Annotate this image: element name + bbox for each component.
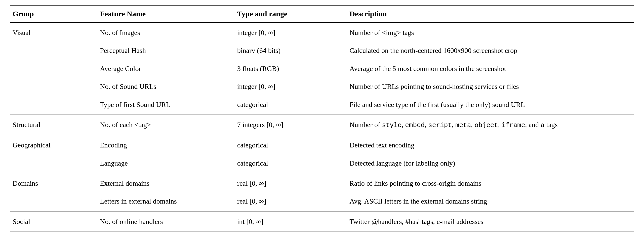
description-cell: Number of <img> tags <box>347 22 634 42</box>
description-cell: Twitter @handlers, #hashtags, e-mail add… <box>347 211 634 231</box>
description-cell: File and service type of the first (usua… <box>347 96 634 115</box>
header-type: Type and range <box>235 5 347 22</box>
description-cell: Ratio of links pointing to cross-origin … <box>347 173 634 192</box>
feature-name-cell: Letters in external domains <box>97 192 235 211</box>
type-cell: 3 floats (RGB) <box>235 60 347 77</box>
group-cell: Visual <box>10 22 97 114</box>
table-row: Language categorical Detected language (… <box>10 154 634 173</box>
description-cell: Avg. ASCII letters in the external domai… <box>347 192 634 211</box>
group-cell: Structural <box>10 114 97 135</box>
table-row: Type of first Sound URL categorical File… <box>10 96 634 115</box>
description-cell: Detected language (for labeling only) <box>347 154 634 173</box>
type-cell: categorical <box>235 135 347 154</box>
description-cell: Calculated on the north-centered 1600x90… <box>347 42 634 59</box>
table-row: Social No. of online handlers int [0, ∞]… <box>10 211 634 231</box>
table-row: Geographical Encoding categorical Detect… <box>10 135 634 154</box>
type-cell: int [0, ∞] <box>235 211 347 231</box>
feature-name-cell: No. of online handlers <box>97 211 235 231</box>
header-feature: Feature Name <box>97 5 235 22</box>
header-group: Group <box>10 5 97 22</box>
type-cell: integer [0, ∞] <box>235 22 347 42</box>
header-description: Description <box>347 5 634 22</box>
feature-name-cell: Letters, digits, punctuation,white-space… <box>97 232 235 235</box>
description-cell: Average of the 5 most common colors in t… <box>347 60 634 77</box>
type-cell: 7 integers [0, ∞] <box>235 114 347 135</box>
description-cell: Ratio of the listed character classes in… <box>347 232 634 235</box>
description-cell: Number of URLs pointing to sound-hosting… <box>347 77 634 95</box>
feature-name-cell: Average Color <box>97 60 235 77</box>
table-row: No. of Sound URLs integer [0, ∞] Number … <box>10 77 634 95</box>
table-row: Perceptual Hash binary (64 bits) Calcula… <box>10 42 634 59</box>
table-row: Title Letters, digits, punctuation,white… <box>10 232 634 235</box>
type-cell: categorical <box>235 154 347 173</box>
feature-name-cell: No. of Sound URLs <box>97 77 235 95</box>
feature-name-cell: No. of Images <box>97 22 235 42</box>
table-row: Letters in external domains real [0, ∞] … <box>10 192 634 211</box>
type-cell: real [0, ∞] <box>235 173 347 192</box>
table-row: Domains External domains real [0, ∞] Rat… <box>10 173 634 192</box>
table-header-row: Group Feature Name Type and range Descri… <box>10 5 634 22</box>
description-cell: Detected text encoding <box>347 135 634 154</box>
feature-name-cell: External domains <box>97 173 235 192</box>
type-cell: integer [0, ∞] <box>235 77 347 95</box>
group-cell: Title <box>10 232 97 235</box>
type-cell: categorical <box>235 96 347 115</box>
type-cell: real [0, ∞] <box>235 192 347 211</box>
feature-name-cell: Language <box>97 154 235 173</box>
feature-name-cell: Type of first Sound URL <box>97 96 235 115</box>
group-cell: Geographical <box>10 135 97 173</box>
group-cell: Social <box>10 211 97 231</box>
description-cell: Number of style, embed, script, meta, ob… <box>347 114 634 135</box>
type-cell: 4 real [0, ∞] <box>235 232 347 235</box>
table-row: Structural No. of each <tag> 7 integers … <box>10 114 634 135</box>
type-cell: binary (64 bits) <box>235 42 347 59</box>
group-cell: Domains <box>10 173 97 212</box>
feature-name-cell: No. of each <tag> <box>97 114 235 135</box>
feature-name-cell: Encoding <box>97 135 235 154</box>
feature-name-cell: Perceptual Hash <box>97 42 235 59</box>
table-row: Average Color 3 floats (RGB) Average of … <box>10 60 634 77</box>
table-row: Visual No. of Images integer [0, ∞] Numb… <box>10 22 634 42</box>
